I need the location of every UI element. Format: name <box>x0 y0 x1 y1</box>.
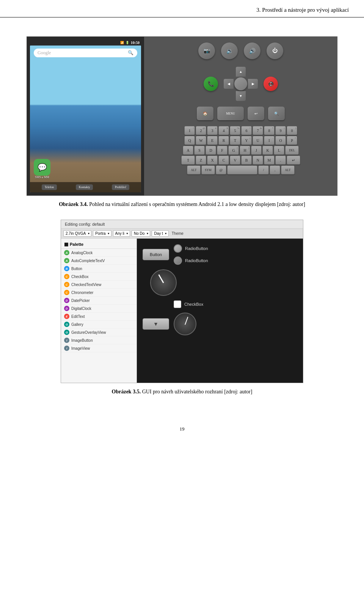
palette-item-gallery[interactable]: G Gallery <box>61 321 136 329</box>
palette-item-datepicker[interactable]: D DatePicker <box>61 297 136 305</box>
key-a[interactable]: A <box>183 146 193 155</box>
preview-checkbox[interactable] <box>174 300 181 308</box>
key-3[interactable]: 3# <box>207 126 218 135</box>
key-shift[interactable]: ⇧ <box>181 156 195 165</box>
key-w[interactable]: W~ <box>196 136 206 145</box>
camera-btn[interactable]: 📷 <box>198 42 215 59</box>
end-call-btn[interactable]: 📵 <box>264 77 278 91</box>
gui-figure: Editing config: default 2.7in QVGA Portr… <box>61 220 303 383</box>
key-l[interactable]: L: <box>274 146 284 155</box>
key-b[interactable]: B <box>241 156 252 165</box>
key-5[interactable]: 5% <box>230 126 240 135</box>
dropdown-resolution[interactable]: 2.7in QVGA <box>63 230 91 237</box>
radio-circle-2[interactable] <box>174 256 182 265</box>
key-e[interactable]: E <box>207 136 218 145</box>
vol-up-btn[interactable]: 🔊 <box>244 42 260 59</box>
key-comma[interactable]: , <box>270 165 280 174</box>
palette-item-imageview[interactable]: I ImageView <box>61 344 136 352</box>
dpad-right[interactable]: ▶ <box>248 79 258 89</box>
key-9[interactable]: 9( <box>275 126 286 135</box>
palette-item-checkbox[interactable]: C CheckBox <box>61 273 136 281</box>
key-2[interactable]: 2@ <box>196 126 206 135</box>
palette-item-autocomplete[interactable]: A AutoCompleteTextV <box>61 257 136 265</box>
key-alt-left[interactable]: ALT <box>187 165 201 174</box>
home-btn[interactable]: 🏠 <box>197 107 213 120</box>
menu-btn[interactable]: MENU <box>217 107 244 120</box>
label-button: Button <box>71 267 82 271</box>
back-btn[interactable]: ↩ <box>248 107 264 120</box>
key-0[interactable]: 0) <box>287 126 297 135</box>
key-d[interactable]: D <box>206 146 216 155</box>
key-f[interactable]: F' <box>217 146 228 155</box>
dpad-down[interactable]: ▼ <box>236 91 246 101</box>
asdf-row: A S\ D F' G[ H] J K' L: DEL <box>154 146 328 155</box>
key-z[interactable]: Z <box>196 156 206 165</box>
palette-item-button[interactable]: B Button <box>61 265 136 273</box>
key-u[interactable]: U <box>253 136 263 145</box>
gui-body: ▦ Palette A AnalogClock A AutoCompleteTe… <box>61 239 303 383</box>
palette-item-edittext[interactable]: E EditText <box>61 313 136 321</box>
key-v[interactable]: V <box>230 156 240 165</box>
key-i[interactable]: I- <box>264 136 275 145</box>
dropdown-language[interactable]: Any li <box>113 230 130 237</box>
key-o[interactable]: O <box>275 136 286 145</box>
nav-row: 🏠 MENU ↩ 🔍 <box>152 107 329 120</box>
preview-radio-1: RadioButton <box>174 244 208 253</box>
dropdown-day[interactable]: Day t <box>152 230 168 237</box>
palette-item-imagebutton[interactable]: I ImageButton <box>61 336 136 344</box>
key-at[interactable]: @ <box>216 165 226 174</box>
key-k[interactable]: K' <box>262 146 273 155</box>
palette-item-checkedtextview[interactable]: C CheckedTextView <box>61 281 136 289</box>
call-btn[interactable]: 📞 <box>204 77 218 91</box>
icon-imagebutton: I <box>64 338 69 343</box>
dpad-left[interactable]: ◀ <box>224 79 234 89</box>
key-t[interactable]: T <box>230 136 240 145</box>
key-6[interactable]: 6^ <box>241 126 252 135</box>
theme-button[interactable]: Theme <box>170 231 185 236</box>
key-7[interactable]: 7& <box>253 126 263 135</box>
btn-prohlizec[interactable]: Prohlížeč <box>112 184 129 190</box>
key-alt-right[interactable]: ALT <box>281 165 295 174</box>
key-p[interactable]: P+ <box>287 136 297 145</box>
dpad-up[interactable]: ▲ <box>236 67 246 77</box>
key-q[interactable]: Q <box>184 136 195 145</box>
preview-button[interactable]: Button <box>143 249 169 260</box>
search-icon: 🔍 <box>128 50 133 56</box>
key-n[interactable]: N <box>253 156 263 165</box>
key-4[interactable]: 4$ <box>218 126 229 135</box>
dpad-center[interactable] <box>234 77 247 90</box>
btn-telefon[interactable]: Telefon <box>42 184 57 190</box>
key-x[interactable]: X <box>207 156 218 165</box>
key-c[interactable]: C <box>218 156 229 165</box>
key-m[interactable]: M <box>264 156 275 165</box>
page-number: 19 <box>0 418 364 436</box>
palette-item-chronometer[interactable]: C Chronometer <box>61 289 136 297</box>
search-nav-btn[interactable]: 🔍 <box>268 107 285 120</box>
btn-kontakty[interactable]: Kontakty <box>76 184 93 190</box>
key-g[interactable]: G[ <box>228 146 239 155</box>
key-enter[interactable]: ↵ <box>287 156 300 165</box>
key-h[interactable]: H] <box>240 146 250 155</box>
key-8[interactable]: 8* <box>264 126 275 135</box>
power-btn[interactable]: ⏻ <box>267 42 283 59</box>
key-space[interactable] <box>227 165 257 174</box>
key-slash[interactable]: / <box>258 165 269 174</box>
radio-circle-1[interactable] <box>174 244 182 253</box>
vol-down-btn[interactable]: 🔉 <box>221 42 238 59</box>
key-sym[interactable]: SYM <box>201 165 215 174</box>
key-j[interactable]: J <box>251 146 262 155</box>
key-1[interactable]: 1! <box>184 126 195 135</box>
preview-slider-btn[interactable]: ▼ <box>143 318 169 330</box>
key-s[interactable]: S\ <box>194 146 205 155</box>
key-y[interactable]: Y{ <box>241 136 252 145</box>
key-del[interactable]: DEL <box>285 146 299 155</box>
palette-item-gestureoverlay[interactable]: G GestureOverlayView <box>61 329 136 336</box>
palette-item-digitalclock[interactable]: D DigitalClock <box>61 305 136 313</box>
dropdown-orientation[interactable]: Portra <box>93 230 111 237</box>
palette-item-analogclock[interactable]: A AnalogClock <box>61 249 136 257</box>
key-r[interactable]: R <box>218 136 229 145</box>
google-label: Google <box>38 50 51 56</box>
key-dot[interactable]: . <box>275 156 286 165</box>
preview-dial2 <box>174 313 196 335</box>
dropdown-action[interactable]: No Do <box>132 230 150 237</box>
